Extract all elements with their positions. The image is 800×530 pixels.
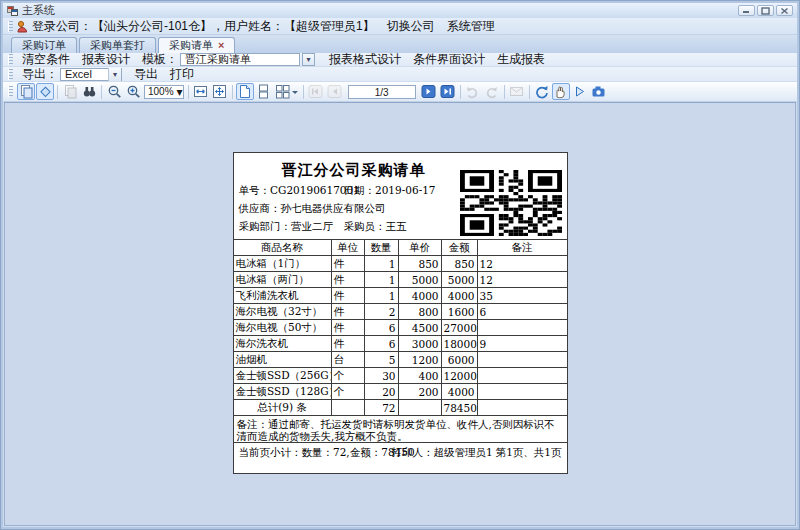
print-button[interactable]: 打印 <box>164 66 200 83</box>
toolbar-grip[interactable] <box>8 21 13 32</box>
login-bar: 登录公司：【汕头分公司-101仓】，用户姓名：【超级管理员1】 切换公司 系统管… <box>3 18 797 35</box>
main-window: 主系统 登录公司：【汕头分公司-101仓】，用户姓名：【超级管理员1】 切换公司… <box>0 0 800 530</box>
date-value: 2019-06-17 <box>375 184 436 196</box>
report-menu-bar: 清空条件 报表设计 模板： 晋江采购请单 ▾ 报表格式设计 条件界面设计 生成报… <box>3 53 797 67</box>
copy-icon[interactable] <box>17 83 35 100</box>
multiple-pages-icon[interactable] <box>274 83 300 100</box>
report-preview-area[interactable]: 晋江分公司采购请单 单号：CG20190617001 日期：2019-06-17… <box>4 102 796 526</box>
user-key-icon <box>16 20 29 33</box>
design-mode-icon[interactable] <box>36 83 54 100</box>
first-page-icon[interactable] <box>307 83 325 100</box>
mail-icon[interactable] <box>508 83 526 100</box>
page-indicator[interactable]: 1/3 <box>348 85 416 99</box>
continue-icon[interactable] <box>571 83 589 100</box>
buyer-value: 王五 <box>386 220 407 232</box>
export-label: 导出： <box>16 66 60 83</box>
export-button[interactable]: 导出 <box>128 66 164 83</box>
tab-purchase-request[interactable]: 采购请单 × <box>158 37 235 53</box>
system-admin-link[interactable]: 系统管理 <box>447 18 495 35</box>
table-row: 电冰箱（1门）件185085012 <box>233 256 567 272</box>
table-row: 油烟机台512006000 <box>233 352 567 368</box>
department-value: 营业二厅 <box>291 220 333 232</box>
refresh-icon[interactable] <box>533 83 551 100</box>
toolbar-grip[interactable] <box>8 69 13 80</box>
table-row: 海尔洗衣机件63000180009 <box>233 336 567 352</box>
supplier-value: 孙七电器供应有限公司 <box>281 202 386 214</box>
document-note: 备注：通过邮寄、托运发货时请标明发货单位、收件人,否则因标识不清而造成的货物丢失… <box>234 416 567 443</box>
zoom-in-icon[interactable] <box>124 83 142 100</box>
last-page-icon[interactable] <box>439 83 457 100</box>
template-dropdown-icon[interactable]: ▾ <box>302 53 315 66</box>
redo-icon[interactable] <box>483 83 501 100</box>
condition-ui-design-button[interactable]: 条件界面设计 <box>407 51 491 68</box>
report-design-button[interactable]: 报表设计 <box>76 51 136 68</box>
toolbar-grip[interactable] <box>8 86 13 97</box>
report-format-design-button[interactable]: 报表格式设计 <box>323 51 407 68</box>
viewer-toolbar: 100% ▾ 1/3 <box>3 82 797 102</box>
combo-arrow-icon[interactable]: ▾ <box>177 85 183 99</box>
document-title: 晋江分公司采购请单 <box>234 161 474 180</box>
minimize-button[interactable] <box>738 5 755 16</box>
table-header-row: 商品名称 单位 数量 单价 金额 备注 <box>233 240 567 256</box>
toolbar-grip[interactable] <box>8 54 13 65</box>
page-width-icon[interactable] <box>192 83 210 100</box>
table-total-row: 总计(9) 条7278450 <box>233 400 567 416</box>
prev-page-icon[interactable] <box>326 83 344 100</box>
page-number: 第1页、共1页 <box>496 443 562 462</box>
find-icon[interactable] <box>80 83 98 100</box>
title-bar: 主系统 <box>3 3 797 18</box>
export-format-combo[interactable]: Excel ▾ <box>60 68 122 81</box>
zoom-out-icon[interactable] <box>105 83 123 100</box>
tab-close-icon[interactable]: × <box>218 40 224 51</box>
table-row: 海尔电视（50寸）件6450027000 <box>233 320 567 336</box>
table-row: 金士顿SSD（128G）个202004000 <box>233 384 567 400</box>
export-bar: 导出： Excel ▾ 导出 打印 <box>3 67 797 82</box>
continuous-pages-icon[interactable] <box>255 83 273 100</box>
switch-company-link[interactable]: 切换公司 <box>387 18 435 35</box>
table-row: 飞利浦洗衣机件14000400035 <box>233 288 567 304</box>
next-page-icon[interactable] <box>420 83 438 100</box>
document-fields: 单号：CG20190617001 日期：2019-06-17 供应商：孙七电器供… <box>234 180 567 234</box>
table-row: 金士顿SSD（256G）个3040012000 <box>233 368 567 384</box>
printed-by: 打印人：超级管理员1 <box>392 443 493 462</box>
whole-page-icon[interactable] <box>211 83 229 100</box>
close-button[interactable] <box>776 5 793 16</box>
maximize-button[interactable] <box>757 5 774 16</box>
window-title: 主系统 <box>22 3 55 18</box>
table-row: 海尔电视（32寸）件280016006 <box>233 304 567 320</box>
document-footer: 当前页小计：数量：72,金额：78450 打印人：超级管理员1 第1页、共1页 <box>234 443 567 462</box>
template-combo[interactable]: 晋江采购请单 <box>180 53 300 66</box>
zoom-level-combo[interactable]: 100% ▾ <box>144 85 184 99</box>
paste-icon[interactable] <box>61 83 79 100</box>
watermark-icon[interactable] <box>590 83 608 100</box>
page-subtotal: 当前页小计：数量：72,金额：78450 <box>239 443 415 462</box>
app-icon <box>7 6 18 16</box>
undo-icon[interactable] <box>464 83 482 100</box>
login-info: 登录公司：【汕头分公司-101仓】，用户姓名：【超级管理员1】 <box>32 18 375 35</box>
hand-tool-icon[interactable] <box>552 83 570 100</box>
items-table: 商品名称 单位 数量 单价 金额 备注 电冰箱（1门）件185085012 电冰… <box>233 239 568 416</box>
table-row: 电冰箱（两门）件15000500012 <box>233 272 567 288</box>
generate-report-button[interactable]: 生成报表 <box>491 51 551 68</box>
single-page-icon[interactable] <box>236 83 254 100</box>
document-page: 晋江分公司采购请单 单号：CG20190617001 日期：2019-06-17… <box>233 152 568 474</box>
combo-arrow-icon[interactable]: ▾ <box>108 68 121 81</box>
